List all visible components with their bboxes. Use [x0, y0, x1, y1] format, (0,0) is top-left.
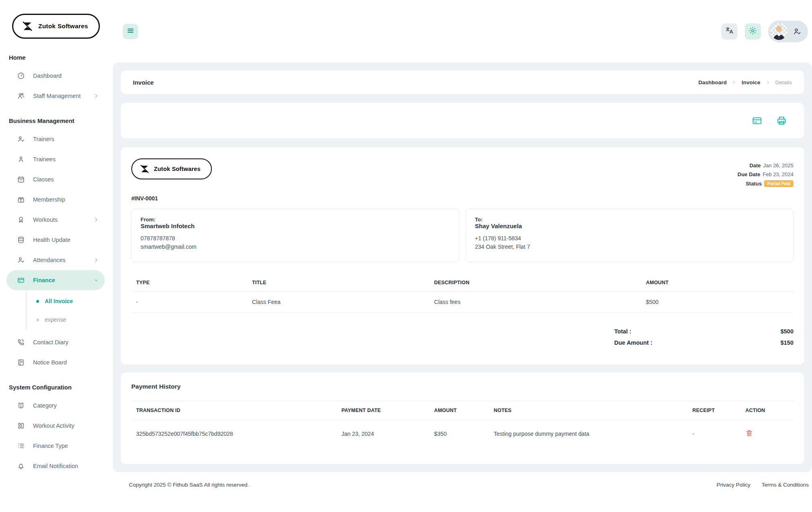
breadcrumb-item-invoice[interactable]: Invoice: [742, 79, 760, 85]
total-value: $500: [781, 328, 793, 335]
brand-logo-text: Zutok Softwares: [38, 23, 88, 30]
footer-link-terms-conditions[interactable]: Terms & Conditions: [762, 482, 809, 488]
chevron-down-icon: [93, 277, 99, 283]
invoice-table-header: AMOUNT: [641, 274, 793, 291]
language-button[interactable]: [721, 23, 737, 40]
print-button[interactable]: [776, 115, 787, 126]
avatar: [771, 23, 787, 40]
user-check-icon: [17, 256, 25, 264]
calendar-icon: [17, 175, 25, 183]
sidebar-item-classes[interactable]: Classes: [6, 169, 105, 189]
invoice-status-row: Status Partial Paid: [746, 180, 793, 187]
breadcrumb: DashboardInvoiceDetails: [698, 79, 792, 85]
sidebar-item-workout-activity[interactable]: Workout Activity: [6, 416, 105, 436]
from-email: smartweb@gmail.com: [141, 243, 450, 251]
printer-icon: [776, 115, 787, 126]
sidebar-item-label: Contact Diary: [33, 339, 68, 345]
topbar: [113, 0, 812, 62]
breadcrumb-item-dashboard[interactable]: Dashboard: [698, 79, 727, 85]
payment-table-header: TRANSACTION ID: [131, 401, 337, 420]
sidebar-section-header: Home: [0, 43, 113, 66]
sidebar-section-header: System Configuration: [0, 373, 113, 395]
credit-card-icon: [17, 276, 25, 284]
payment-table-header: AMOUNT: [429, 401, 489, 420]
brand-logo[interactable]: Zutok Softwares: [12, 14, 100, 39]
sidebar-item-label: Membership: [33, 196, 65, 203]
sidebar-subitem-label: expense: [45, 316, 66, 323]
invoice-addresses: From: Smartweb Infotech 07878787878 smar…: [131, 209, 793, 262]
sidebar-subitem-all-invoice[interactable]: All Invoice: [27, 292, 113, 310]
settings-button[interactable]: [745, 23, 761, 40]
sidebar-item-category[interactable]: Category: [6, 395, 105, 416]
payment-table-header: PAYMENT DATE: [337, 401, 429, 420]
footer: Copyright 2025 © Fithub SaaS All rights …: [113, 472, 812, 512]
sidebar-item-attendances[interactable]: Attendances: [6, 250, 105, 270]
from-label: From:: [141, 216, 450, 223]
invoice-item-cell: Class fees: [429, 291, 641, 313]
sidebar-subitem-expense[interactable]: expense: [27, 310, 113, 329]
trash-icon: [745, 429, 753, 437]
due-amount-row: Due Amount : $150: [614, 339, 793, 346]
due-date-label: Due Date: [737, 171, 760, 177]
invoice-date-row: Date Jan 26, 2025: [750, 162, 793, 169]
bullet-icon: [36, 300, 39, 303]
sidebar-item-health-update[interactable]: Health Update: [6, 230, 105, 250]
bullet-icon: [36, 318, 39, 321]
sidebar-item-label: Category: [33, 402, 57, 409]
invoice-item-row: -Class FeeaClass fees$500: [131, 291, 793, 313]
sidebar-item-finance-type[interactable]: Finance Type: [6, 436, 105, 456]
menu-toggle-button[interactable]: [123, 24, 138, 39]
payment-amount: $350: [429, 420, 489, 447]
total-label: Total :: [614, 328, 631, 335]
sidebar-nav: HomeDashboardStaff ManagementBusiness Ma…: [0, 43, 113, 476]
payment-table-header: RECEIPT: [688, 401, 741, 420]
sidebar-item-email-notification[interactable]: Email Notification: [6, 456, 105, 476]
invoice-item-cell: -: [131, 291, 247, 313]
sidebar-item-label: Trainees: [33, 156, 56, 162]
sidebar-item-workouts[interactable]: Workouts: [6, 210, 105, 230]
total-row: Total : $500: [614, 328, 793, 335]
sidebar-item-label: Finance: [33, 277, 55, 283]
user-icon: [17, 155, 25, 163]
gear-icon: [748, 26, 757, 36]
profile-menu[interactable]: [768, 21, 808, 42]
footer-link-privacy-policy[interactable]: Privacy Policy: [717, 482, 750, 488]
sidebar-section-header: Business Management: [0, 106, 113, 129]
payment-history-card: Payment History TRANSACTION IDPAYMENT DA…: [121, 373, 804, 464]
phone-icon: [17, 338, 25, 346]
book-icon: [17, 402, 25, 410]
invoice-item-cell: $500: [641, 291, 793, 313]
page-title: Invoice: [133, 79, 154, 86]
invoice-totals: Total : $500 Due Amount : $150: [131, 328, 793, 346]
sidebar-item-membership[interactable]: Membership: [6, 189, 105, 210]
grid-icon: [17, 422, 25, 430]
sidebar-item-label: Workout Activity: [33, 423, 75, 429]
sidebar-subitem-label: All Invoice: [45, 298, 73, 304]
status-badge: Partial Paid: [764, 180, 793, 187]
invoice-to-box: To: Shay Valenzuela +1 (178) 911-5834 23…: [466, 209, 793, 262]
footer-links: Privacy PolicyTerms & Conditions: [717, 482, 809, 488]
brand-logo-icon: [21, 20, 33, 32]
invoice-items-table: TYPETITLEDESCRIPTIONAMOUNT-Class FeeaCla…: [131, 274, 793, 313]
date-label: Date: [750, 162, 761, 169]
chevron-right-icon: [93, 93, 99, 99]
sidebar-item-contact-diary[interactable]: Contact Diary: [6, 332, 105, 352]
sidebar-item-trainees[interactable]: Trainees: [6, 149, 105, 169]
sidebar-item-trainers[interactable]: Trainers: [6, 129, 105, 149]
user-check-icon: [793, 27, 802, 36]
payment-action-cell: [740, 420, 793, 447]
sidebar-item-staff-management[interactable]: Staff Management: [6, 86, 105, 106]
to-label: To:: [475, 216, 784, 223]
sidebar-item-dashboard[interactable]: Dashboard: [6, 66, 105, 86]
topbar-actions: [721, 21, 808, 42]
invoice-card: Zutok Softwares Date Jan 26, 2025 Due Da…: [121, 147, 804, 364]
invoice-table-header: DESCRIPTION: [429, 274, 641, 291]
payment-button[interactable]: [752, 115, 762, 126]
sidebar-item-label: Notice Board: [33, 359, 67, 366]
sidebar-item-notice-board[interactable]: Notice Board: [6, 352, 105, 373]
sidebar-item-label: Classes: [33, 176, 54, 183]
delete-payment-button[interactable]: [745, 429, 753, 437]
dashboard-icon: [17, 72, 25, 80]
sidebar-item-finance[interactable]: Finance: [6, 270, 105, 290]
status-label: Status: [746, 181, 762, 187]
